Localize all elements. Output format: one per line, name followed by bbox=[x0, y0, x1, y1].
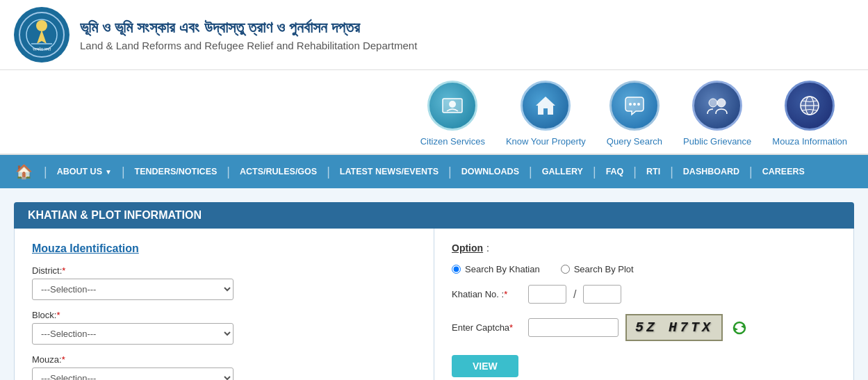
khatian-no-label: Khatian No. :* bbox=[452, 289, 521, 299]
nav-acts-rules-gos[interactable]: ACTS/RULES/GOS bbox=[233, 167, 324, 176]
captcha-input[interactable] bbox=[528, 318, 619, 337]
public-grievance-icon bbox=[692, 81, 742, 131]
svg-text:सत्यमेव जयते: सत्यमेव जयते bbox=[32, 47, 52, 51]
logo-area: सत्यमेव जयते ভূমি ও ভূমি সংস্কার এবং উদ্… bbox=[14, 7, 417, 63]
option-row: Option : bbox=[452, 242, 836, 254]
query-search-label: Query Search bbox=[607, 136, 662, 147]
svg-point-13 bbox=[717, 99, 726, 107]
nav-about-us[interactable]: ABOUT US ▼ bbox=[50, 167, 119, 176]
svg-point-10 bbox=[633, 103, 636, 106]
svg-marker-8 bbox=[536, 97, 555, 115]
sep-3: | bbox=[324, 165, 333, 179]
khatian-section-title: KHATIAN & PLOT INFORMATION bbox=[14, 202, 854, 229]
svg-point-11 bbox=[637, 103, 640, 106]
block-select[interactable]: ---Selection--- bbox=[32, 323, 234, 345]
nav-dashboard[interactable]: DASHBOARD bbox=[676, 167, 746, 176]
query-search-icon bbox=[609, 81, 660, 131]
nav-gallery[interactable]: GALLERY bbox=[535, 167, 590, 176]
captcha-label: Enter Captcha* bbox=[452, 322, 521, 333]
mouza-identification-link[interactable]: Mouza Identification bbox=[32, 242, 416, 255]
nav-downloads[interactable]: DOWNLOADS bbox=[455, 167, 526, 176]
citizen-services-icon bbox=[427, 81, 477, 131]
content-area: KHATIAN & PLOT INFORMATION Mouza Identif… bbox=[0, 188, 868, 380]
district-label: District:* bbox=[32, 265, 416, 276]
right-panel: Option : Search By Khatian Search By Plo… bbox=[434, 229, 853, 380]
about-us-dropdown-icon: ▼ bbox=[105, 168, 112, 176]
main-nav: 🏠 | ABOUT US ▼ | TENDERS/NOTICES | ACTS/… bbox=[0, 155, 868, 188]
know-your-property-label: Know Your Property bbox=[506, 136, 586, 147]
header-text: ভূমি ও ভূমি সংস্কার এবং উদ্বাস্তু ত্রাণ … bbox=[80, 19, 417, 51]
icon-nav: Citizen Services Know Your Property Quer… bbox=[0, 70, 868, 155]
captcha-image: 5Z H7TX bbox=[625, 314, 723, 341]
sep-0: | bbox=[41, 165, 50, 179]
sep-1: | bbox=[119, 165, 128, 179]
sep-9: | bbox=[746, 165, 755, 179]
block-group: Block:* ---Selection--- bbox=[32, 310, 416, 345]
public-grievance-label: Public Grievance bbox=[683, 136, 751, 147]
left-panel: Mouza Identification District:* ---Selec… bbox=[15, 229, 434, 380]
district-group: District:* ---Selection--- bbox=[32, 265, 416, 300]
radio-khatian[interactable] bbox=[452, 265, 461, 274]
mouza-select[interactable]: ---Selection--- bbox=[32, 367, 234, 380]
mouza-label: Mouza:* bbox=[32, 354, 416, 365]
mouza-information-icon bbox=[785, 81, 835, 131]
citizen-services-label: Citizen Services bbox=[420, 136, 485, 147]
option-label: Option bbox=[452, 242, 483, 254]
icon-nav-mouza-information[interactable]: Mouza Information bbox=[772, 81, 847, 147]
icon-nav-know-your-property[interactable]: Know Your Property bbox=[506, 81, 586, 147]
nav-tenders-notices[interactable]: TENDERS/NOTICES bbox=[128, 167, 224, 176]
radio-khatian-label: Search By Khatian bbox=[465, 264, 540, 274]
view-btn-row: VIEW bbox=[452, 352, 836, 377]
mouza-information-label: Mouza Information bbox=[772, 136, 847, 147]
icon-nav-public-grievance[interactable]: Public Grievance bbox=[683, 81, 751, 147]
district-select[interactable]: ---Selection--- bbox=[32, 279, 234, 300]
radio-row: Search By Khatian Search By Plot bbox=[452, 264, 836, 274]
sep-7: | bbox=[630, 165, 639, 179]
icon-nav-query-search[interactable]: Query Search bbox=[607, 81, 662, 147]
khatian-no-row: Khatian No. :* / bbox=[452, 285, 836, 304]
refresh-captcha-icon[interactable] bbox=[730, 318, 749, 338]
svg-point-12 bbox=[709, 99, 717, 107]
khatian-no-input1[interactable] bbox=[528, 285, 566, 304]
nav-faq[interactable]: FAQ bbox=[599, 167, 631, 176]
nav-latest-news-events[interactable]: LATEST NEWS/EVENTS bbox=[333, 167, 445, 176]
sep-2: | bbox=[224, 165, 233, 179]
nav-careers[interactable]: CAREERS bbox=[755, 167, 812, 176]
radio-plot[interactable] bbox=[561, 265, 570, 274]
svg-point-9 bbox=[629, 103, 632, 106]
svg-marker-18 bbox=[734, 327, 738, 331]
header-title-bengali: ভূমি ও ভূমি সংস্কার এবং উদ্বাস্তু ত্রাণ … bbox=[80, 19, 417, 37]
icon-nav-citizen-services[interactable]: Citizen Services bbox=[420, 81, 485, 147]
khatian-no-input2[interactable] bbox=[583, 285, 621, 304]
captcha-row: Enter Captcha* 5Z H7TX bbox=[452, 314, 836, 341]
svg-point-7 bbox=[449, 101, 456, 108]
option-colon: : bbox=[486, 242, 489, 254]
home-nav-icon[interactable]: 🏠 bbox=[7, 163, 41, 180]
sep-5: | bbox=[526, 165, 535, 179]
nav-rti[interactable]: RTI bbox=[639, 167, 667, 176]
block-label: Block:* bbox=[32, 310, 416, 320]
sep-6: | bbox=[590, 165, 599, 179]
header-title-english: Land & Land Reforms and Refugee Relief a… bbox=[80, 40, 417, 51]
know-your-property-icon bbox=[521, 81, 571, 131]
mouza-group: Mouza:* ---Selection--- bbox=[32, 354, 416, 380]
svg-point-2 bbox=[36, 20, 47, 31]
radio-khatian-item[interactable]: Search By Khatian bbox=[452, 264, 540, 274]
khatian-slash: / bbox=[573, 288, 576, 301]
form-container: Mouza Identification District:* ---Selec… bbox=[14, 229, 854, 380]
logo-emblem: सत्यमेव जयते bbox=[14, 7, 69, 63]
radio-plot-label: Search By Plot bbox=[574, 264, 634, 274]
view-button[interactable]: VIEW bbox=[452, 355, 518, 377]
radio-plot-item[interactable]: Search By Plot bbox=[561, 264, 634, 274]
sep-4: | bbox=[445, 165, 455, 179]
sep-8: | bbox=[667, 165, 676, 179]
header: सत्यमेव जयते ভূমি ও ভূমি সংস্কার এবং উদ্… bbox=[0, 0, 868, 70]
